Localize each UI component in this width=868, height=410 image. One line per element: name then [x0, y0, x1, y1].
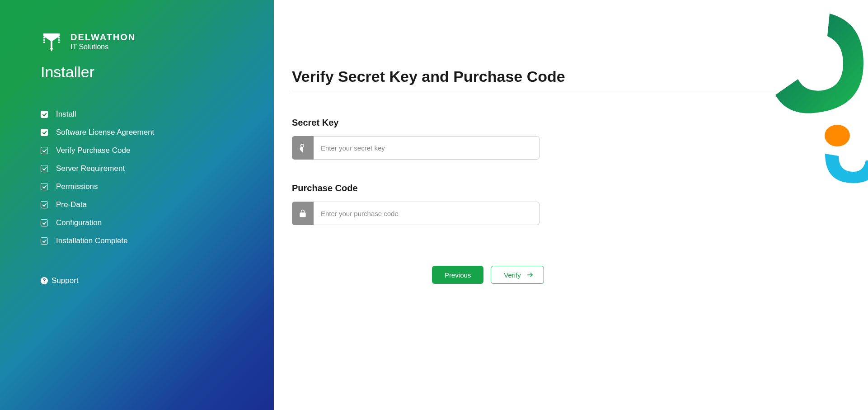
purchase-code-input[interactable] [314, 202, 540, 225]
check-icon [41, 129, 48, 136]
check-outline-icon [41, 165, 48, 172]
secret-key-input[interactable] [314, 136, 540, 160]
svg-rect-4 [58, 37, 60, 38]
step-label: Pre-Data [56, 200, 87, 209]
previous-button[interactable]: Previous [432, 266, 483, 284]
support-link[interactable]: ? Support [41, 276, 233, 285]
svg-rect-5 [58, 39, 60, 41]
verify-button-label: Verify [504, 271, 521, 279]
secret-key-label: Secret Key [292, 118, 850, 128]
sidebar-title: Installer [41, 63, 233, 81]
step-server-requirement[interactable]: Server Requirement [41, 164, 233, 173]
step-label: Software License Agreement [56, 128, 154, 137]
step-list: Install Software License Agreement Verif… [41, 110, 233, 245]
step-label: Configuration [56, 218, 102, 227]
previous-button-label: Previous [445, 271, 471, 279]
step-label: Permissions [56, 182, 98, 191]
lock-icon [292, 202, 314, 225]
check-outline-icon [41, 147, 48, 154]
key-icon [292, 136, 314, 160]
svg-rect-3 [43, 42, 45, 43]
step-label: Install [56, 110, 76, 119]
arrow-right-icon [526, 271, 534, 278]
svg-rect-6 [58, 42, 60, 43]
main-content: Verify Secret Key and Purchase Code Secr… [274, 0, 868, 410]
button-row: Previous Verify [432, 266, 850, 284]
support-label: Support [52, 276, 79, 285]
step-configuration[interactable]: Configuration [41, 218, 233, 227]
help-icon: ? [41, 277, 48, 284]
decor-top-shape [755, 0, 868, 127]
step-license[interactable]: Software License Agreement [41, 128, 233, 137]
verify-button[interactable]: Verify [491, 266, 544, 284]
check-icon [41, 111, 48, 118]
check-outline-icon [41, 219, 48, 226]
svg-rect-0 [51, 39, 52, 49]
brand-subtitle: IT Solutions [70, 43, 136, 51]
purchase-code-label: Purchase Code [292, 183, 850, 193]
brand-mark-icon [41, 31, 62, 52]
check-outline-icon [41, 201, 48, 208]
step-label: Server Requirement [56, 164, 125, 173]
step-pre-data[interactable]: Pre-Data [41, 200, 233, 209]
secret-key-group: Secret Key [292, 118, 850, 160]
check-outline-icon [41, 237, 48, 245]
sidebar: DELWATHON IT Solutions Installer Install… [0, 0, 274, 410]
step-label: Verify Purchase Code [56, 146, 130, 155]
step-verify-purchase[interactable]: Verify Purchase Code [41, 146, 233, 155]
step-permissions[interactable]: Permissions [41, 182, 233, 191]
svg-rect-2 [43, 39, 45, 41]
purchase-code-group: Purchase Code [292, 183, 850, 225]
step-label: Installation Complete [56, 236, 128, 245]
brand-name: DELWATHON [70, 32, 136, 42]
page-title: Verify Secret Key and Purchase Code [292, 68, 850, 92]
brand-logo: DELWATHON IT Solutions [41, 31, 233, 52]
step-install[interactable]: Install [41, 110, 233, 119]
check-outline-icon [41, 183, 48, 190]
step-installation-complete[interactable]: Installation Complete [41, 236, 233, 245]
svg-rect-1 [43, 37, 45, 38]
